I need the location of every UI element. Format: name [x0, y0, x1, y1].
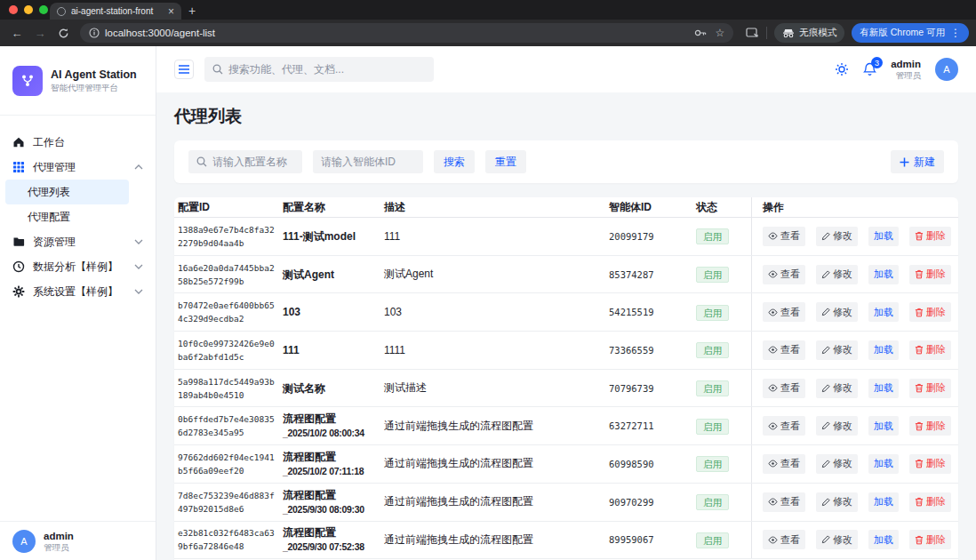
- status-cell: 启用: [692, 380, 751, 396]
- forward-icon[interactable]: →: [30, 27, 50, 40]
- tab-search-icon[interactable]: [746, 28, 759, 39]
- column-header-config-id: 配置ID: [174, 200, 279, 215]
- password-key-icon[interactable]: [694, 28, 707, 37]
- edit-button[interactable]: 修改: [816, 454, 858, 474]
- load-button[interactable]: 加载: [868, 379, 899, 398]
- load-button[interactable]: 加载: [868, 265, 899, 284]
- load-button[interactable]: 加载: [868, 340, 899, 360]
- browser-window: ai-agent-station-front × + ← → localhost…: [0, 0, 976, 560]
- close-window-button[interactable]: [9, 5, 18, 14]
- delete-button[interactable]: 删除: [909, 227, 951, 246]
- global-search-placeholder: 搜索功能、代理、文档...: [228, 62, 344, 77]
- new-tab-button[interactable]: +: [188, 4, 196, 18]
- status-badge: 启用: [696, 228, 729, 244]
- view-button[interactable]: 查看: [763, 265, 805, 284]
- avatar[interactable]: A: [935, 58, 958, 81]
- load-button[interactable]: 加载: [868, 302, 899, 322]
- view-button[interactable]: 查看: [763, 227, 805, 246]
- edit-button[interactable]: 修改: [816, 530, 858, 549]
- sidebar-item-workbench[interactable]: 工作台: [5, 130, 150, 155]
- chrome-update-chip[interactable]: 有新版 Chrome 可用 ⋮: [852, 23, 969, 43]
- delete-button[interactable]: 删除: [909, 302, 951, 322]
- config-id-cell: 5a998a117dc5449a93b189ab4b0e4510: [174, 375, 279, 402]
- topbar-user[interactable]: admin 管理员: [891, 58, 921, 81]
- minimize-window-button[interactable]: [24, 5, 33, 14]
- view-button[interactable]: 查看: [763, 302, 805, 322]
- zoom-window-button[interactable]: [39, 5, 48, 14]
- status-badge: 启用: [696, 380, 729, 396]
- reset-button[interactable]: 重置: [485, 150, 526, 173]
- sidebar-item-resource-management[interactable]: 资源管理: [5, 229, 150, 254]
- view-button[interactable]: 查看: [763, 340, 805, 360]
- reload-icon[interactable]: [53, 28, 73, 39]
- status-badge: 启用: [696, 532, 729, 548]
- tab-close-icon[interactable]: ×: [168, 6, 174, 17]
- edit-button[interactable]: 修改: [816, 416, 858, 436]
- view-button[interactable]: 查看: [763, 416, 805, 436]
- eye-icon: [768, 308, 778, 316]
- delete-button[interactable]: 删除: [909, 492, 951, 512]
- column-header-config-name: 配置名称: [279, 200, 380, 215]
- table-row: b70472e0aef6400bb654c329d9ecdba2 103 103…: [174, 293, 958, 332]
- load-button[interactable]: 加载: [868, 454, 899, 474]
- delete-button[interactable]: 删除: [909, 454, 951, 474]
- load-button[interactable]: 加载: [868, 530, 899, 549]
- global-search-input[interactable]: 搜索功能、代理、文档...: [204, 57, 434, 82]
- collapse-menu-button[interactable]: [174, 60, 194, 79]
- page-title: 代理列表: [174, 105, 958, 128]
- pencil-icon: [821, 308, 830, 316]
- edit-button[interactable]: 修改: [816, 340, 858, 360]
- edit-button[interactable]: 修改: [816, 302, 858, 322]
- site-info-icon[interactable]: [89, 28, 100, 38]
- delete-button[interactable]: 删除: [909, 416, 951, 436]
- browser-menu-icon[interactable]: ⋮: [950, 27, 961, 39]
- notification-badge: 3: [871, 57, 883, 68]
- window-controls[interactable]: [9, 5, 48, 14]
- back-icon[interactable]: ←: [7, 27, 27, 40]
- notifications-button[interactable]: 3: [863, 62, 876, 76]
- sidebar-item-data-analysis[interactable]: 数据分析【样例】: [5, 254, 150, 279]
- sidebar-item-label: 代理管理: [33, 160, 126, 175]
- load-button[interactable]: 加载: [868, 227, 899, 246]
- sidebar-item-agent-list[interactable]: 代理列表: [5, 180, 129, 204]
- config-name-cell: 测试名称: [279, 381, 380, 396]
- view-button[interactable]: 查看: [763, 454, 805, 474]
- actions-cell: 查看 修改 加载 删除: [751, 407, 958, 444]
- load-button[interactable]: 加载: [868, 416, 899, 436]
- delete-button[interactable]: 删除: [909, 530, 951, 549]
- search-button[interactable]: 搜索: [434, 150, 475, 173]
- description-cell: 通过前端拖拽生成的流程图配置: [380, 532, 605, 548]
- delete-button[interactable]: 删除: [909, 379, 951, 398]
- create-button[interactable]: 新建: [891, 150, 944, 173]
- edit-button[interactable]: 修改: [816, 379, 858, 398]
- table-row: 16a6e20a0da7445bba258b25e572f99b 测试Agent…: [174, 256, 958, 294]
- delete-button[interactable]: 删除: [909, 340, 951, 360]
- search-icon: [212, 64, 223, 75]
- delete-button[interactable]: 删除: [909, 265, 951, 284]
- sidebar-item-agent-management[interactable]: 代理管理: [5, 155, 150, 180]
- view-button[interactable]: 查看: [763, 492, 805, 512]
- view-button[interactable]: 查看: [763, 379, 805, 398]
- browser-tab[interactable]: ai-agent-station-front ×: [50, 3, 181, 20]
- sidebar-item-system-settings[interactable]: 系统设置【样例】: [5, 279, 150, 304]
- edit-button[interactable]: 修改: [816, 492, 858, 512]
- description-cell: 通过前端拖拽生成的流程图配置: [380, 419, 605, 434]
- agent-id-input[interactable]: 请输入智能体ID: [313, 150, 423, 173]
- bookmark-star-icon[interactable]: ☆: [716, 27, 725, 39]
- url-text[interactable]: localhost:3000/agent-list: [105, 28, 689, 38]
- sidebar-user[interactable]: A admin 管理员: [0, 521, 156, 560]
- edit-button[interactable]: 修改: [816, 227, 858, 246]
- trash-icon: [915, 231, 924, 241]
- status-badge: 启用: [696, 305, 729, 321]
- sidebar-item-agent-config[interactable]: 代理配置: [5, 204, 150, 229]
- config-name-input[interactable]: 请输入配置名称: [188, 150, 302, 173]
- agent-id-cell: 70796739: [605, 383, 692, 394]
- edit-button[interactable]: 修改: [816, 265, 858, 284]
- load-button[interactable]: 加载: [868, 492, 899, 512]
- theme-sun-icon[interactable]: [835, 62, 849, 76]
- address-bar[interactable]: localhost:3000/agent-list ☆: [80, 23, 733, 43]
- table-row: 0b6ffded7b7e4e308356d2783e345a95 流程图配置_2…: [174, 407, 958, 445]
- view-button[interactable]: 查看: [763, 530, 805, 549]
- agent-id-placeholder: 请输入智能体ID: [321, 155, 396, 170]
- agent-id-cell: 85374287: [605, 269, 692, 280]
